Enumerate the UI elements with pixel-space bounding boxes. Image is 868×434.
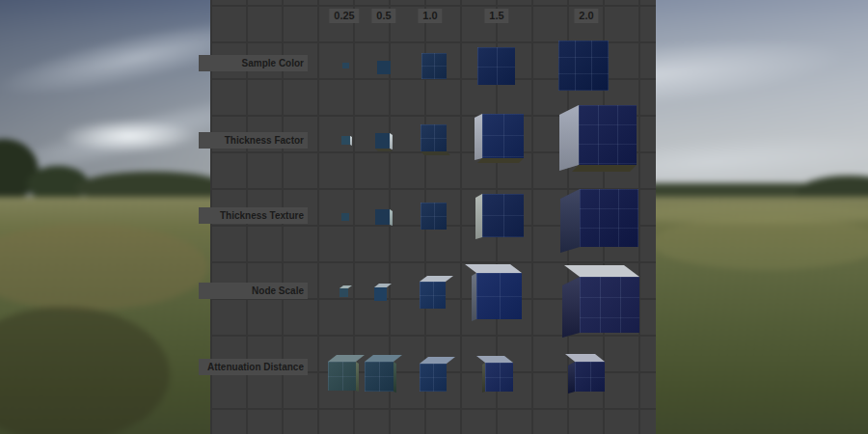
cube-front-face xyxy=(580,277,639,333)
cube-front-face xyxy=(420,282,446,309)
cube-front-face xyxy=(558,41,609,91)
row-label-thickness-factor: Thickness Factor xyxy=(199,132,308,149)
cube-front-face xyxy=(485,363,513,392)
cube-front-face xyxy=(482,114,524,158)
cube-side-face xyxy=(560,189,580,257)
cube-top-face xyxy=(476,356,513,363)
render-viewport[interactable]: 0.250.51.01.52.0Sample ColorThickness Fa… xyxy=(0,0,868,434)
cube-top-face xyxy=(420,357,455,364)
cube-front-face xyxy=(579,105,637,165)
cube-layer xyxy=(0,0,868,434)
cube-bottom-face xyxy=(420,151,450,155)
row-label-thickness-texture: Thickness Texture xyxy=(199,207,308,224)
cube-side-face xyxy=(559,105,579,175)
cube-front-face xyxy=(339,288,348,297)
cube-bottom-face xyxy=(572,165,637,172)
cube-front-face xyxy=(375,133,390,149)
column-header-1-0: 1.0 xyxy=(418,9,442,23)
cube-front-face xyxy=(374,287,387,301)
cube-front-face xyxy=(482,194,524,237)
cube-side-face xyxy=(350,136,352,146)
cube-side-face xyxy=(390,133,393,150)
cube-front-face xyxy=(375,209,390,225)
cube-front-face xyxy=(377,61,391,74)
column-header-0-5: 0.5 xyxy=(371,9,395,23)
cube-side-face xyxy=(475,114,482,162)
cube-top-face xyxy=(564,265,639,277)
cube-bottom-face xyxy=(375,149,393,151)
cube-front-face xyxy=(342,63,349,68)
column-header-1-5: 1.5 xyxy=(484,9,508,23)
cube-front-face xyxy=(420,124,447,151)
cube-side-face xyxy=(393,362,396,393)
cube-front-face xyxy=(476,273,522,319)
row-label-attenuation-distance: Attenuation Distance xyxy=(199,359,308,375)
cube-front-face xyxy=(341,136,350,145)
cube-side-face xyxy=(356,362,359,393)
cube-top-face xyxy=(365,355,402,362)
cube-front-face xyxy=(420,364,447,392)
column-header-2-0: 2.0 xyxy=(574,9,598,23)
cube-front-face xyxy=(580,189,638,247)
cube-side-face xyxy=(562,277,580,341)
cube-side-face xyxy=(390,209,393,227)
cube-side-face xyxy=(475,194,482,241)
cube-front-face xyxy=(328,362,356,391)
cube-front-face xyxy=(365,362,393,392)
cube-bottom-face xyxy=(477,158,524,163)
cube-front-face xyxy=(477,47,515,85)
row-label-sample-color: Sample Color xyxy=(199,55,308,71)
cube-front-face xyxy=(421,53,447,79)
cube-top-face xyxy=(565,354,605,362)
cube-front-face xyxy=(341,213,349,221)
cube-top-face xyxy=(328,355,365,362)
cube-top-face xyxy=(465,264,522,273)
row-label-node-scale: Node Scale xyxy=(199,283,308,299)
column-header-0-25: 0.25 xyxy=(329,9,359,23)
cube-front-face xyxy=(575,362,605,392)
cube-side-face xyxy=(568,362,575,395)
cube-front-face xyxy=(420,203,447,230)
